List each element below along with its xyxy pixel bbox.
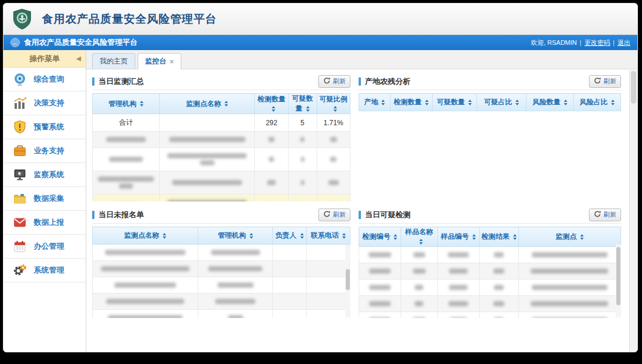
table-cell xyxy=(93,132,160,148)
table-wrapper: 检测编号样品名称样品编号检测结果监测点 xyxy=(359,227,621,318)
main-scrollbar[interactable] xyxy=(629,70,637,352)
column-header[interactable]: 管理机构 xyxy=(93,94,160,114)
column-header[interactable]: 风险数量 xyxy=(527,94,574,111)
sort-icon[interactable] xyxy=(580,232,584,242)
refresh-button[interactable]: 刷新 xyxy=(589,208,621,221)
column-header[interactable]: 产地 xyxy=(359,94,391,111)
table-row[interactable] xyxy=(93,310,350,319)
sort-icon[interactable] xyxy=(394,232,397,242)
redacted-text xyxy=(106,299,184,304)
main-scrollbar-thumb[interactable] xyxy=(631,71,636,104)
back-icon[interactable]: ← xyxy=(10,38,20,47)
table-cell: 292 xyxy=(255,114,288,132)
sidebar-item-7[interactable]: 数据上报 xyxy=(3,211,86,235)
sort-icon[interactable] xyxy=(419,237,423,246)
column-header[interactable]: 可疑数量 xyxy=(288,94,317,114)
column-header[interactable]: 检测结果 xyxy=(479,227,518,247)
table-cell xyxy=(198,277,273,294)
refresh-label: 刷新 xyxy=(604,77,616,86)
sort-icon[interactable] xyxy=(300,231,304,241)
table-cell xyxy=(401,312,437,319)
sort-icon[interactable] xyxy=(163,231,166,241)
column-header[interactable]: 检测编号 xyxy=(359,227,401,247)
redacted-text xyxy=(328,180,339,185)
sort-icon[interactable] xyxy=(224,99,228,108)
column-header[interactable]: 样品名称 xyxy=(401,227,437,247)
gears-icon xyxy=(13,263,27,277)
column-header[interactable]: 监测点名称 xyxy=(159,94,255,114)
panel-scrollbar[interactable] xyxy=(345,245,350,317)
panel-scrollbar-thumb[interactable] xyxy=(346,269,350,290)
column-header[interactable]: 可疑数量 xyxy=(432,94,476,111)
column-header[interactable]: 负责人 xyxy=(273,227,306,245)
table-row[interactable] xyxy=(93,148,350,171)
logout-link[interactable]: 退出 xyxy=(618,38,630,47)
column-header[interactable]: 检测数量 xyxy=(255,94,288,114)
sort-icon[interactable] xyxy=(425,98,429,107)
table-row[interactable] xyxy=(93,171,350,195)
sort-icon[interactable] xyxy=(515,98,519,107)
sidebar-item-8[interactable]: 办公管理 xyxy=(3,235,86,259)
table-row[interactable] xyxy=(93,245,350,261)
data-table: 产地检测数量可疑数量可疑占比风险数量风险占比 xyxy=(359,93,621,111)
sort-icon[interactable] xyxy=(306,104,310,114)
sort-icon[interactable] xyxy=(334,104,337,114)
table-row[interactable] xyxy=(359,280,621,296)
sort-icon[interactable] xyxy=(513,232,517,242)
sidebar-item-5[interactable]: 监察系统 xyxy=(3,163,86,187)
redacted-text xyxy=(449,268,468,274)
column-header[interactable]: 监测点 xyxy=(518,227,620,247)
table-cell xyxy=(198,261,273,277)
sidebar-item-3[interactable]: 预警系统 xyxy=(3,115,86,139)
column-header[interactable]: 可疑占比 xyxy=(477,94,527,111)
sort-icon[interactable] xyxy=(342,231,346,241)
panel-scrollbar-thumb[interactable] xyxy=(616,247,620,305)
redacted-text xyxy=(531,268,608,274)
sort-icon[interactable] xyxy=(564,98,567,107)
table-cell xyxy=(401,263,437,280)
column-header[interactable]: 检测数量 xyxy=(390,94,432,111)
redacted-text xyxy=(172,180,243,185)
table-row[interactable] xyxy=(93,277,350,294)
table-cell xyxy=(255,148,288,171)
collapse-sidebar-icon[interactable]: ◀ xyxy=(76,55,81,62)
refresh-button[interactable]: 刷新 xyxy=(318,75,350,88)
refresh-button[interactable]: 刷新 xyxy=(318,208,350,221)
table-row[interactable] xyxy=(93,261,350,277)
tab-close-icon[interactable]: × xyxy=(170,58,174,66)
table-row[interactable] xyxy=(359,263,621,280)
sort-icon[interactable] xyxy=(472,232,476,242)
sidebar-item-2[interactable]: 决策支持 xyxy=(3,91,86,115)
column-header[interactable]: 监测点名称 xyxy=(93,227,198,245)
column-header[interactable]: 可疑比例 xyxy=(317,94,350,114)
column-header[interactable]: 联系电话 xyxy=(306,227,350,245)
sort-icon[interactable] xyxy=(611,98,615,107)
table-row[interactable] xyxy=(93,294,350,310)
sidebar-item-1[interactable]: 综合查询 xyxy=(3,68,86,91)
sort-icon[interactable] xyxy=(468,98,472,107)
change-password-link[interactable]: 更改密码 xyxy=(584,38,610,47)
tab-我的主页[interactable]: 我的主页 xyxy=(92,53,135,69)
sidebar-item-4[interactable]: 业务支持 xyxy=(3,139,86,163)
panel-today-suspicious: 当日可疑检测刷新检测编号样品名称样品编号检测结果监测点 xyxy=(359,208,621,318)
table-row[interactable] xyxy=(359,296,621,312)
table-row[interactable] xyxy=(93,195,350,202)
column-header[interactable]: 风险占比 xyxy=(574,94,621,111)
column-header[interactable]: 管理机构 xyxy=(198,227,273,245)
sort-icon[interactable] xyxy=(381,98,385,107)
table-row[interactable] xyxy=(93,132,350,148)
redacted-text xyxy=(268,137,275,142)
table-cell xyxy=(518,296,620,312)
column-header[interactable]: 样品编号 xyxy=(437,227,479,247)
table-row[interactable]: 合计29251.71% xyxy=(93,114,350,132)
sidebar-item-6[interactable]: 数据采集 xyxy=(3,187,86,211)
table-row[interactable] xyxy=(359,247,621,263)
sort-icon[interactable] xyxy=(250,231,253,241)
refresh-button[interactable]: 刷新 xyxy=(589,75,621,88)
table-row[interactable] xyxy=(359,312,621,319)
sort-icon[interactable] xyxy=(140,99,143,108)
sidebar-item-9[interactable]: 系统管理 xyxy=(3,259,86,282)
panel-scrollbar[interactable] xyxy=(616,245,621,317)
sort-icon[interactable] xyxy=(272,104,275,114)
tab-监控台[interactable]: 监控台× xyxy=(138,53,181,69)
